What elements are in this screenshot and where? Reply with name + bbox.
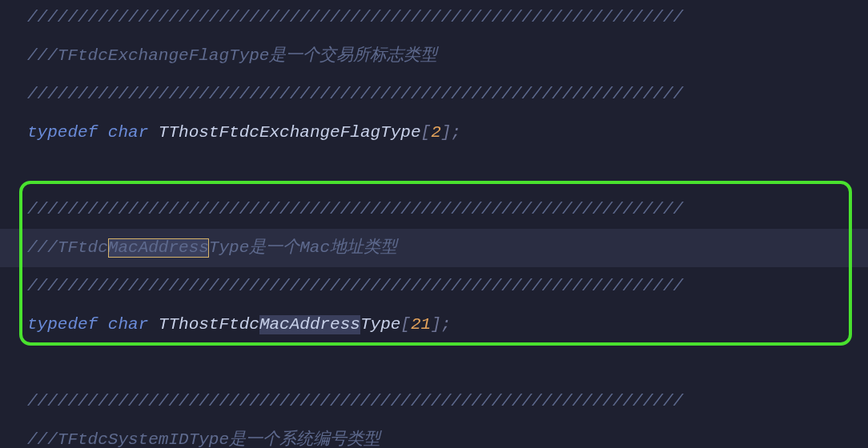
code-line[interactable]: typedef char TThostFtdcExchangeFlagType[… <box>0 114 868 152</box>
comment-text: ////////////////////////////////////////… <box>27 392 683 410</box>
comment-text: ///TFtdcExchangeFlagType是一个交易所标志类型 <box>27 46 437 65</box>
search-match-secondary: MacAddress <box>259 315 360 334</box>
close-bracket-semicolon: ]; <box>431 315 451 334</box>
type-name-suffix: Type <box>360 315 400 334</box>
comment-text: ////////////////////////////////////////… <box>27 200 683 218</box>
code-line[interactable]: ////////////////////////////////////////… <box>0 267 868 306</box>
comment-text: ////////////////////////////////////////… <box>27 277 683 295</box>
open-bracket: [ <box>421 123 432 142</box>
code-line[interactable]: ///TFtdcSystemIDType是一个系统编号类型 <box>0 421 868 448</box>
keyword-typedef: typedef <box>27 315 98 334</box>
code-line[interactable]: ///TFtdcExchangeFlagType是一个交易所标志类型 <box>0 37 868 75</box>
number-literal: 2 <box>431 123 441 142</box>
comment-prefix: ///TFtdc <box>27 238 108 257</box>
comment-text: ////////////////////////////////////////… <box>27 85 683 103</box>
code-line[interactable]: ////////////////////////////////////////… <box>0 0 868 37</box>
keyword-typedef: typedef <box>27 123 98 142</box>
keyword-char: char <box>108 315 148 334</box>
code-line[interactable]: typedef char TThostFtdcMacAddressType[21… <box>0 306 868 344</box>
code-line-current[interactable]: ///TFtdcMacAddressType是一个Mac地址类型 <box>0 229 868 267</box>
keyword-char: char <box>108 123 148 142</box>
code-line[interactable]: ////////////////////////////////////////… <box>0 382 868 421</box>
number-literal: 21 <box>411 315 431 334</box>
type-name: TThostFtdcExchangeFlagType <box>159 123 421 142</box>
code-editor[interactable]: ////////////////////////////////////////… <box>0 0 868 448</box>
close-bracket-semicolon: ]; <box>441 123 461 142</box>
code-line[interactable]: ////////////////////////////////////////… <box>0 190 868 229</box>
code-line[interactable]: ////////////////////////////////////////… <box>0 75 868 114</box>
search-match-primary: MacAddress <box>108 238 209 257</box>
comment-text: ///TFtdcSystemIDType是一个系统编号类型 <box>27 430 380 448</box>
comment-text: ////////////////////////////////////////… <box>27 8 683 26</box>
open-bracket: [ <box>400 315 411 334</box>
type-name-prefix: TThostFtdc <box>159 315 259 334</box>
comment-suffix: Type是一个Mac地址类型 <box>209 238 397 257</box>
